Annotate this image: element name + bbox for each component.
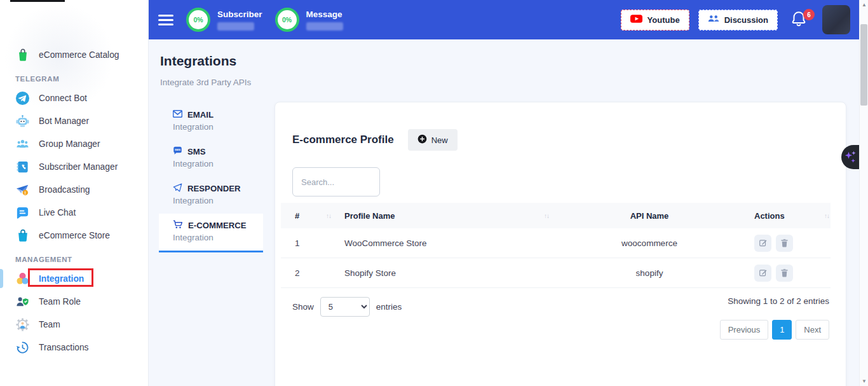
sidebar-item-team-role[interactable]: Team Role [0, 290, 148, 313]
group-people-icon [15, 137, 30, 151]
users-icon [708, 14, 719, 25]
app-screen: eCommerce Catalog TELEGRAM Connect Bot B… [0, 0, 868, 386]
notifications-bell[interactable]: 6 [790, 10, 810, 29]
shopping-bag-blue-icon [15, 228, 30, 243]
sms-icon: SMS [173, 146, 182, 157]
message-count-redacted [306, 22, 343, 31]
col-header-profile-name[interactable]: Profile Name↑↓ [335, 211, 554, 221]
message-progress-ring: 0% [275, 8, 299, 32]
robot-icon [15, 114, 30, 128]
history-clock-icon [15, 340, 30, 355]
broadcast-plane-icon: ! [15, 183, 30, 197]
youtube-icon [630, 14, 642, 25]
edit-button[interactable] [754, 235, 771, 252]
show-label: Show [292, 302, 314, 312]
responder-plane-icon [173, 183, 182, 194]
col-header-num[interactable]: #↑↓ [281, 211, 335, 221]
role-shield-icon [15, 294, 30, 309]
page-1-button[interactable]: 1 [772, 320, 792, 340]
discussion-button[interactable]: Discussion [698, 10, 778, 31]
scrollbar-thumb[interactable] [860, 24, 867, 106]
sidebar-item-broadcasting[interactable]: ! Broadcasting [0, 178, 148, 201]
new-profile-button[interactable]: New [408, 129, 458, 151]
trash-icon [780, 268, 789, 277]
edit-icon [759, 268, 768, 277]
svg-text:!: ! [25, 190, 26, 195]
scroll-down-arrow[interactable]: ▼ [860, 378, 868, 384]
message-stat-label: Message [306, 10, 343, 19]
row-api-name: woocommerce [554, 238, 745, 248]
row-api-name: shopify [554, 268, 745, 278]
col-header-api-name[interactable]: API Name [554, 211, 745, 221]
section-label-management: MANAGEMENT [0, 247, 148, 267]
vertical-scrollbar[interactable]: ▲ ▼ [859, 0, 868, 386]
sidebar-item-connect-bot[interactable]: Connect Bot [0, 86, 148, 109]
cart-icon [173, 220, 183, 231]
trash-icon [780, 238, 789, 247]
email-icon [173, 110, 182, 120]
page-title: Integrations [160, 53, 236, 69]
page-subtitle: Integrate 3rd Party APIs [160, 78, 251, 87]
panel-title: E-commerce Profile [292, 134, 394, 146]
search-input[interactable] [292, 167, 380, 196]
top-header-bar: 0% Subscriber 0% Message Youtube [149, 0, 868, 39]
sidebar-item-integration[interactable]: Integration [0, 267, 148, 290]
edit-icon [759, 238, 768, 247]
pagination: Previous 1 Next [720, 320, 829, 340]
sidebar-item-bot-manager[interactable]: Bot Manager [0, 109, 148, 132]
row-profile-name: Shopify Store [335, 268, 554, 278]
next-page-button[interactable]: Next [796, 320, 829, 340]
delete-button[interactable] [776, 265, 793, 282]
sidebar-item-live-chat[interactable]: Live Chat [0, 201, 148, 224]
hamburger-menu-icon[interactable] [158, 12, 173, 28]
sidebar-item-team[interactable]: Team [0, 313, 148, 336]
logo-placeholder [10, 0, 65, 2]
plus-circle-icon [417, 134, 427, 146]
sidebar: eCommerce Catalog TELEGRAM Connect Bot B… [0, 0, 149, 386]
table-row: 1 WooCommerce Store woocommerce [281, 228, 831, 258]
table-header-row: #↑↓ Profile Name↑↓ API Name Actions↑↓ [281, 203, 831, 228]
sidebar-item-transactions[interactable]: Transactions [0, 336, 148, 359]
subscriber-stat-label: Subscriber [217, 10, 262, 19]
telegram-icon [15, 91, 30, 106]
contact-book-icon [15, 160, 30, 174]
profiles-table: #↑↓ Profile Name↑↓ API Name Actions↑↓ 1 … [281, 203, 831, 288]
row-num: 2 [281, 268, 335, 278]
row-num: 1 [281, 238, 335, 248]
entries-label: entries [376, 302, 402, 312]
delete-button[interactable] [776, 235, 793, 252]
sidebar-item-ecommerce-store[interactable]: eCommerce Store [0, 224, 148, 247]
main-content: Integrations Integrate 3rd Party APIs EM… [149, 39, 859, 386]
sort-icon[interactable]: ↑↓ [326, 212, 331, 219]
integration-subnav: EMAIL Integration SMSSMS Integration RES… [159, 103, 263, 252]
sidebar-item-ecommerce-catalog[interactable]: eCommerce Catalog [0, 43, 148, 66]
subnav-responder-integration[interactable]: RESPONDER Integration [159, 177, 263, 214]
subnav-sms-integration[interactable]: SMSSMS Integration [159, 140, 263, 177]
section-label-telegram: TELEGRAM [0, 66, 148, 86]
page-size-select[interactable]: 5 [320, 297, 370, 317]
row-profile-name: WooCommerce Store [335, 238, 554, 248]
active-indicator [0, 269, 3, 288]
subscriber-count-redacted [217, 22, 254, 31]
sort-icon[interactable]: ↑↓ [544, 212, 549, 219]
scroll-up-arrow[interactable]: ▲ [860, 2, 868, 8]
previous-page-button[interactable]: Previous [720, 320, 769, 340]
ecommerce-profile-card: E-commerce Profile New #↑↓ Profile Name↑… [275, 102, 846, 386]
sidebar-item-subscriber-manager[interactable]: Subscriber Manager [0, 155, 148, 178]
youtube-button[interactable]: Youtube [621, 10, 689, 31]
edit-button[interactable] [754, 265, 771, 282]
chat-bubble-icon [15, 205, 30, 220]
team-gear-icon [15, 317, 30, 332]
subnav-email-integration[interactable]: EMAIL Integration [159, 103, 263, 140]
sidebar-item-group-manager[interactable]: Group Manager [0, 132, 148, 155]
user-avatar[interactable] [822, 5, 850, 34]
subnav-ecommerce-integration[interactable]: E-COMMERCE Integration [159, 214, 263, 252]
bell-icon [790, 19, 807, 30]
sparkles-icon [844, 149, 857, 165]
svg-text:SMS: SMS [175, 148, 180, 151]
sort-icon[interactable]: ↑↓ [824, 212, 829, 219]
col-header-actions[interactable]: Actions↑↓ [745, 211, 831, 221]
notification-count-badge: 6 [803, 9, 815, 20]
showing-entries-text: Showing 1 to 2 of 2 entries [728, 296, 829, 306]
subscriber-stat: 0% Subscriber [186, 8, 262, 32]
